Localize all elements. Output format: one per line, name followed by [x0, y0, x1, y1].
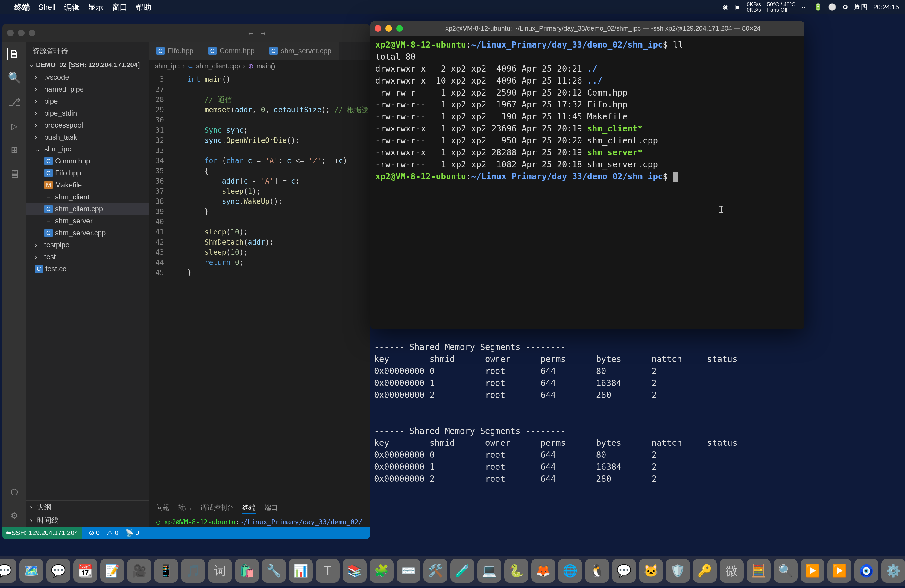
account-icon[interactable]: ◯ — [8, 485, 21, 497]
nav-back-icon[interactable]: ← — [248, 28, 254, 38]
dock-app-29[interactable]: 🔑 — [693, 559, 717, 583]
panel-tab-终端[interactable]: 终端 — [243, 503, 256, 514]
status-warnings[interactable]: ⚠ 0 — [107, 529, 118, 537]
terminal-body[interactable]: xp2@VM-8-12-ubuntu:~/Linux_Primary/day_3… — [370, 36, 805, 329]
battery-icon[interactable]: 🔋 — [814, 3, 822, 11]
dock-app-25[interactable]: 🐧 — [585, 559, 609, 583]
code-editor[interactable]: 3 27 28 29 30 31 32 33 34 35 36 37 38 39… — [149, 72, 370, 500]
menu-extras-icon[interactable]: ⋯ — [802, 3, 808, 11]
folder-pipe_stdin[interactable]: ›pipe_stdin — [26, 107, 149, 119]
file-shm_client[interactable]: ≡shm_client — [26, 191, 149, 203]
tab-Fifo.hpp[interactable]: CFifo.hpp — [149, 42, 201, 60]
temperature[interactable]: 50°C / 48°C Fans Off — [767, 2, 795, 13]
file-shm_server.cpp[interactable]: Cshm_server.cpp — [26, 227, 149, 239]
file-shm_client.cpp[interactable]: Cshm_client.cpp — [26, 203, 149, 215]
sidebar-more-icon[interactable]: ⋯ — [136, 47, 143, 55]
extensions-icon[interactable]: ⊞ — [8, 144, 21, 156]
outline-section[interactable]: ›大纲 — [26, 501, 149, 514]
dock-app-12[interactable]: 🛍️ — [235, 559, 259, 583]
maximize-button[interactable] — [396, 25, 403, 32]
dock-app-3[interactable]: 💬 — [0, 559, 16, 583]
tab-Comm.hpp[interactable]: CComm.hpp — [201, 42, 262, 60]
dock-app-16[interactable]: 📚 — [343, 559, 367, 583]
dock-app-22[interactable]: 🐍 — [504, 559, 528, 583]
file-Fifo.hpp[interactable]: CFifo.hpp — [26, 167, 149, 179]
folder-pipe[interactable]: ›pipe — [26, 95, 149, 107]
wifi-icon[interactable]: ⚪ — [828, 3, 836, 11]
folder-.vscode[interactable]: ›.vscode — [26, 71, 149, 83]
timeline-section[interactable]: ›时间线 — [26, 514, 149, 527]
dock-app-34[interactable]: ▶️ — [827, 559, 851, 583]
menu-help[interactable]: 帮助 — [136, 2, 151, 13]
dock-app-14[interactable]: 📊 — [289, 559, 313, 583]
dock-app-11[interactable]: 词 — [208, 559, 232, 583]
breadcrumb-2[interactable]: main() — [256, 62, 275, 70]
dock-app-17[interactable]: 🧩 — [370, 559, 394, 583]
tray-icon[interactable]: ▣ — [734, 3, 741, 11]
dock-app-6[interactable]: 📆 — [73, 559, 97, 583]
breadcrumb-0[interactable]: shm_ipc — [155, 62, 179, 70]
folder-test[interactable]: ›test — [26, 251, 149, 263]
nav-forward-icon[interactable]: → — [261, 28, 266, 38]
file-Comm.hpp[interactable]: CComm.hpp — [26, 155, 149, 167]
dock-app-15[interactable]: T — [316, 559, 340, 583]
dock-app-27[interactable]: 🐱 — [639, 559, 663, 583]
menu-app[interactable]: 终端 — [14, 2, 30, 13]
dock-app-18[interactable]: ⌨️ — [397, 559, 421, 583]
minimize-button[interactable] — [18, 30, 25, 36]
tab-shm_server.cpp[interactable]: Cshm_server.cpp — [262, 42, 339, 60]
dock-app-9[interactable]: 📱 — [154, 559, 178, 583]
menubar-day[interactable]: 周四 — [854, 3, 867, 12]
settings-gear-icon[interactable]: ⚙ — [8, 509, 21, 521]
dock-app-36[interactable]: ⚙️ — [881, 559, 905, 583]
dock-app-33[interactable]: ▶️ — [800, 559, 824, 583]
file-shm_server[interactable]: ≡shm_server — [26, 215, 149, 227]
dock-app-24[interactable]: 🌐 — [558, 559, 582, 583]
remote-indicator[interactable]: ⇋ SSH: 129.204.171.204 — [2, 527, 82, 539]
file-Makefile[interactable]: MMakefile — [26, 179, 149, 191]
dock-app-30[interactable]: 微 — [720, 559, 744, 583]
dock-app-7[interactable]: 📝 — [100, 559, 124, 583]
dock-app-21[interactable]: 💻 — [477, 559, 501, 583]
control-center-icon[interactable]: ⚙ — [842, 3, 848, 11]
dock-app-23[interactable]: 🦊 — [531, 559, 555, 583]
panel-tab-端口[interactable]: 端口 — [265, 503, 278, 514]
file-test.cc[interactable]: Ctest.cc — [26, 263, 149, 275]
dock-app-10[interactable]: 🎵 — [181, 559, 205, 583]
folder-testpipe[interactable]: ›testpipe — [26, 239, 149, 251]
folder-processpool[interactable]: ›processpool — [26, 119, 149, 131]
integrated-terminal[interactable]: ○ xp2@VM-8-12-ubuntu:~/Linux_Primary/day… — [149, 517, 370, 527]
close-button[interactable] — [375, 25, 381, 32]
minimize-button[interactable] — [386, 25, 392, 32]
dock-app-31[interactable]: 🧮 — [747, 559, 771, 583]
menubar-time[interactable]: 20:24:15 — [873, 3, 899, 11]
maximize-button[interactable] — [29, 30, 35, 36]
folder-shm_ipc[interactable]: ⌄shm_ipc — [26, 143, 149, 155]
project-header[interactable]: ⌄ DEMO_02 [SSH: 129.204.171.204] — [26, 60, 149, 70]
folder-push_task[interactable]: ›push_task — [26, 131, 149, 143]
dock-app-8[interactable]: 🎥 — [127, 559, 151, 583]
breadcrumb[interactable]: shm_ipc › ⊂ shm_client.cpp › ⊕ main() — [149, 60, 370, 72]
menu-view[interactable]: 显示 — [88, 2, 103, 13]
dock-app-28[interactable]: 🛡️ — [666, 559, 690, 583]
dock-app-19[interactable]: 🛠️ — [424, 559, 448, 583]
panel-tab-问题[interactable]: 问题 — [156, 503, 169, 514]
explorer-icon[interactable]: 🗎 — [7, 48, 21, 60]
status-ports[interactable]: 📡 0 — [125, 529, 139, 537]
dock-app-26[interactable]: 💬 — [612, 559, 636, 583]
breadcrumb-1[interactable]: shm_client.cpp — [196, 62, 240, 70]
dock-app-5[interactable]: 💬 — [46, 559, 70, 583]
menu-shell[interactable]: Shell — [38, 3, 56, 12]
panel-tab-调试控制台[interactable]: 调试控制台 — [200, 503, 233, 514]
remote-explorer-icon[interactable]: 🖥 — [8, 168, 21, 180]
record-icon[interactable]: ◉ — [723, 3, 729, 11]
network-speed[interactable]: 0KB/s 0KB/s — [747, 2, 761, 13]
panel-tab-输出[interactable]: 输出 — [178, 503, 192, 514]
folder-named_pipe[interactable]: ›named_pipe — [26, 83, 149, 95]
menu-window[interactable]: 窗口 — [112, 2, 127, 13]
dock-app-13[interactable]: 🔧 — [262, 559, 286, 583]
dock-app-20[interactable]: 🧪 — [450, 559, 474, 583]
dock-app-32[interactable]: 🔍 — [773, 559, 797, 583]
menu-edit[interactable]: 编辑 — [64, 2, 79, 13]
dock-app-4[interactable]: 🗺️ — [19, 559, 43, 583]
